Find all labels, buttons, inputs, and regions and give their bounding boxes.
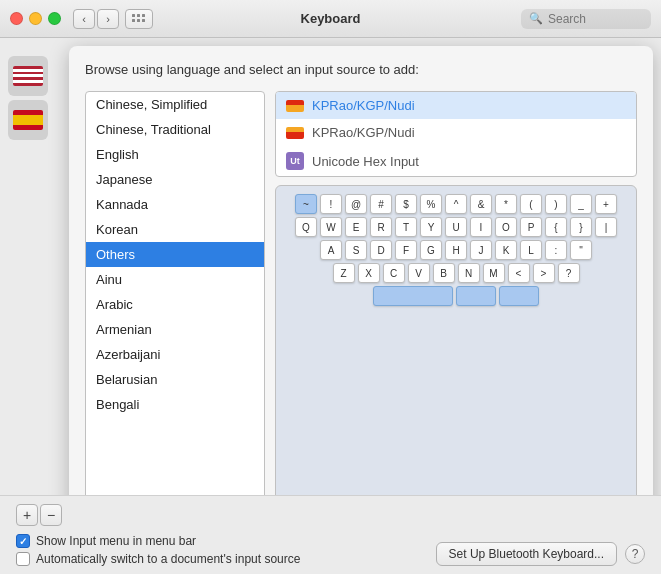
input-source-item-3[interactable]: Ut Unicode Hex Input [276, 146, 636, 176]
kb-key: H [445, 240, 467, 260]
kb-key: P [520, 217, 542, 237]
list-item[interactable]: English [86, 142, 264, 167]
window-title: Keyboard [301, 11, 361, 26]
kb-key: < [508, 263, 530, 283]
search-icon: 🔍 [529, 12, 543, 25]
kb-key: & [470, 194, 492, 214]
list-item-others[interactable]: Others [86, 242, 264, 267]
kb-key [373, 286, 453, 306]
bottom-bar: + − Show Input menu in menu bar Automati… [0, 495, 661, 574]
keyboard-row-4: Z X C V B N M < > ? [284, 263, 628, 283]
list-item[interactable]: Armenian [86, 317, 264, 342]
kb-key: ~ [295, 194, 317, 214]
kb-key: { [545, 217, 567, 237]
grid-button[interactable] [125, 9, 153, 29]
show-input-menu-label: Show Input menu in menu bar [36, 534, 196, 548]
add-input-source-dialog: Browse using language and select an inpu… [69, 46, 653, 566]
kb-key [499, 286, 539, 306]
kb-key: ) [545, 194, 567, 214]
kb-key: F [395, 240, 417, 260]
kb-key: | [595, 217, 617, 237]
kb-key: X [358, 263, 380, 283]
keyboard-row-1: ~ ! @ # $ % ^ & * ( ) _ + [284, 194, 628, 214]
kb-key: > [533, 263, 555, 283]
search-input[interactable] [548, 12, 643, 26]
kb-key: A [320, 240, 342, 260]
keyboard-preview: ~ ! @ # $ % ^ & * ( ) _ + [275, 185, 637, 515]
list-item[interactable]: Chinese, Simplified [86, 92, 264, 117]
sidebar [8, 46, 63, 566]
main-content: Browse using language and select an inpu… [0, 38, 661, 574]
kb-key: : [545, 240, 567, 260]
kb-key: " [570, 240, 592, 260]
close-button[interactable] [10, 12, 23, 25]
kb-key: L [520, 240, 542, 260]
kb-key: ! [320, 194, 342, 214]
input-source-label-2: KPRao/KGP/Nudi [312, 125, 415, 140]
flag-us [13, 66, 43, 86]
language-list: Chinese, Simplified Chinese, Traditional… [85, 91, 265, 520]
dialog-body: Chinese, Simplified Chinese, Traditional… [85, 91, 637, 550]
language-list-container: Chinese, Simplified Chinese, Traditional… [85, 91, 265, 550]
kb-key: G [420, 240, 442, 260]
kb-key: O [495, 217, 517, 237]
flag-icon-2 [286, 127, 304, 139]
list-item[interactable]: Kannada [86, 192, 264, 217]
input-source-label-1: KPRao/KGP/Nudi [312, 98, 415, 113]
kb-key: N [458, 263, 480, 283]
flag-icon-1 [286, 100, 304, 112]
kb-key: @ [345, 194, 367, 214]
keyboard-row-5 [284, 286, 628, 306]
kb-key: E [345, 217, 367, 237]
kb-key: C [383, 263, 405, 283]
list-item[interactable]: Ainu [86, 267, 264, 292]
list-item[interactable]: Belarusian [86, 367, 264, 392]
remove-input-button[interactable]: − [40, 504, 62, 526]
kb-key: } [570, 217, 592, 237]
minimize-button[interactable] [29, 12, 42, 25]
input-source-list: KPRao/KGP/Nudi KPRao/KGP/Nudi Ut Unicode… [275, 91, 637, 177]
kb-key: Z [333, 263, 355, 283]
kb-key: T [395, 217, 417, 237]
list-item[interactable]: Arabic [86, 292, 264, 317]
kb-key: U [445, 217, 467, 237]
kb-key: ^ [445, 194, 467, 214]
maximize-button[interactable] [48, 12, 61, 25]
sidebar-icon-us[interactable] [8, 56, 48, 96]
bluetooth-keyboard-button[interactable]: Set Up Bluetooth Keyboard... [436, 542, 617, 566]
kb-key: M [483, 263, 505, 283]
dialog-description: Browse using language and select an inpu… [85, 62, 637, 77]
list-item[interactable]: Azerbaijani [86, 342, 264, 367]
kb-key: + [595, 194, 617, 214]
titlebar-search[interactable]: 🔍 [521, 9, 651, 29]
kb-key: # [370, 194, 392, 214]
list-item[interactable]: Chinese, Traditional [86, 117, 264, 142]
back-button[interactable]: ‹ [73, 9, 95, 29]
kb-key: ( [520, 194, 542, 214]
flag-es [13, 110, 43, 130]
input-source-label-3: Unicode Hex Input [312, 154, 419, 169]
kb-key: ? [558, 263, 580, 283]
kb-key: Y [420, 217, 442, 237]
show-input-menu-checkbox[interactable] [16, 534, 30, 548]
input-source-item-2[interactable]: KPRao/KGP/Nudi [276, 119, 636, 146]
kb-key: _ [570, 194, 592, 214]
sidebar-icon-es[interactable] [8, 100, 48, 140]
kb-key: J [470, 240, 492, 260]
kb-key: D [370, 240, 392, 260]
bottom-right-controls: Set Up Bluetooth Keyboard... ? [436, 542, 645, 566]
keyboard-row-2: Q W E R T Y U I O P { } | [284, 217, 628, 237]
list-item[interactable]: Korean [86, 217, 264, 242]
add-input-button[interactable]: + [16, 504, 38, 526]
help-button[interactable]: ? [625, 544, 645, 564]
keyboard-row-3: A S D F G H J K L : " [284, 240, 628, 260]
kb-key: B [433, 263, 455, 283]
titlebar: ‹ › Keyboard 🔍 [0, 0, 661, 38]
kb-key: * [495, 194, 517, 214]
forward-button[interactable]: › [97, 9, 119, 29]
auto-switch-label: Automatically switch to a document's inp… [36, 552, 300, 566]
list-item[interactable]: Bengali [86, 392, 264, 417]
input-source-item-1[interactable]: KPRao/KGP/Nudi [276, 92, 636, 119]
list-item[interactable]: Japanese [86, 167, 264, 192]
auto-switch-checkbox[interactable] [16, 552, 30, 566]
